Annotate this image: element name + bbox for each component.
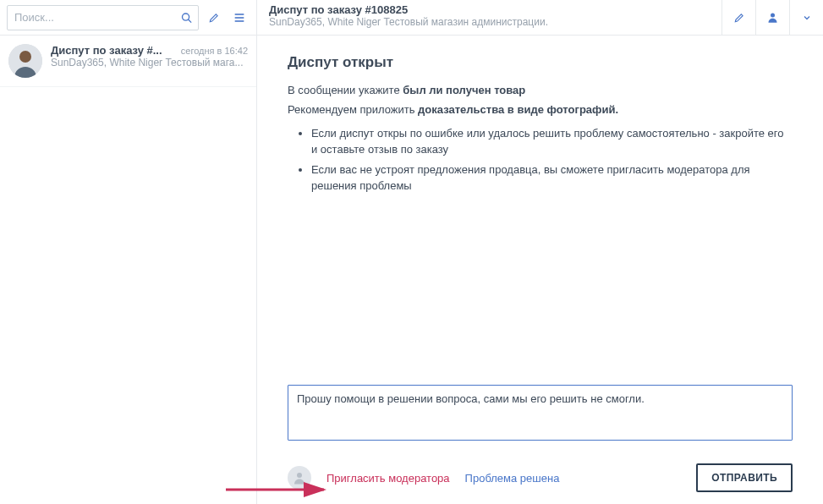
send-button[interactable]: ОТПРАВИТЬ	[696, 463, 793, 492]
message-input[interactable]	[288, 385, 793, 441]
page-title: Диспут по заказу #108825	[269, 3, 710, 16]
page-subtitle: SunDay365, White Niger Тестовый магазин …	[269, 16, 710, 28]
sidebar-toolbar	[0, 0, 256, 36]
section-title: Диспут открыт	[288, 54, 793, 71]
user-button[interactable]	[755, 0, 789, 35]
info-line-2: Рекомендуем приложить доказательства в в…	[288, 102, 793, 118]
footer: Пригласить модератора Проблема решена ОТ…	[257, 455, 823, 504]
info-line-2-bold: доказательства в виде фотографий.	[418, 103, 618, 116]
svg-point-7	[771, 14, 775, 18]
chevron-down-icon[interactable]	[789, 0, 823, 35]
svg-point-6	[19, 51, 31, 63]
sidebar: Диспут по заказу #... сегодня в 16:42 Su…	[0, 0, 257, 504]
svg-point-0	[183, 14, 189, 20]
conversation-title: Диспут по заказу #...	[51, 44, 176, 57]
search-input[interactable]	[8, 11, 198, 24]
compose-icon[interactable]	[204, 8, 224, 28]
header-actions	[721, 0, 823, 35]
bullet-list: Если диспут откры по ошибке или удалось …	[311, 125, 793, 194]
footer-avatar	[288, 466, 311, 490]
search-wrap	[7, 5, 199, 30]
conversation-subtitle: SunDay365, White Niger Тестовый мага...	[51, 57, 248, 68]
svg-point-8	[297, 473, 302, 478]
problem-resolved-link[interactable]: Проблема решена	[465, 472, 560, 485]
main-panel: Диспут по заказу #108825 SunDay365, Whit…	[257, 0, 823, 504]
info-line-1-bold: был ли получен товар	[403, 84, 525, 96]
conversation-time: сегодня в 16:42	[181, 46, 248, 56]
bullet-item: Если вас не устроят предложения продавца…	[311, 162, 793, 194]
avatar	[8, 44, 42, 78]
invite-moderator-link[interactable]: Пригласить модератора	[326, 472, 450, 485]
info-line-2-prefix: Рекомендуем приложить	[288, 103, 418, 116]
edit-button[interactable]	[721, 0, 755, 35]
main-body: Диспут открыт В сообщении укажите был ли…	[257, 36, 823, 385]
menu-icon[interactable]	[229, 8, 250, 28]
main-header: Диспут по заказу #108825 SunDay365, Whit…	[257, 0, 823, 36]
search-icon[interactable]	[180, 11, 193, 24]
bullet-item: Если диспут откры по ошибке или удалось …	[311, 125, 793, 158]
conversation-item[interactable]: Диспут по заказу #... сегодня в 16:42 Su…	[0, 36, 256, 87]
info-line-1: В сообщении укажите был ли получен товар	[288, 83, 793, 99]
compose-area	[257, 385, 823, 455]
conversation-text: Диспут по заказу #... сегодня в 16:42 Su…	[51, 44, 248, 68]
svg-line-1	[189, 19, 192, 23]
info-line-1-prefix: В сообщении укажите	[288, 84, 403, 96]
